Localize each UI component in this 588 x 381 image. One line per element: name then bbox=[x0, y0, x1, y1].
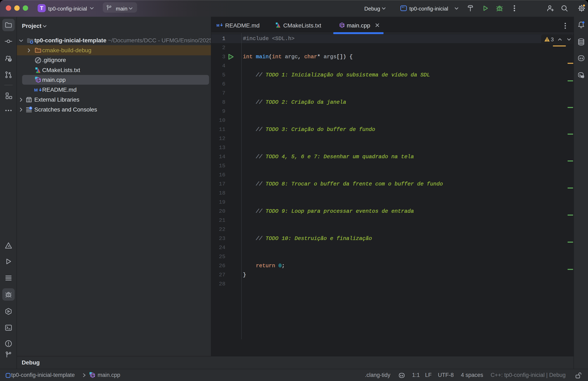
svg-text:M: M bbox=[34, 88, 38, 92]
svg-text:C: C bbox=[340, 23, 343, 27]
svg-text:C: C bbox=[91, 373, 93, 377]
svg-text:?: ? bbox=[9, 58, 11, 61]
svg-text:C: C bbox=[37, 78, 39, 82]
svg-text:M: M bbox=[216, 23, 219, 27]
